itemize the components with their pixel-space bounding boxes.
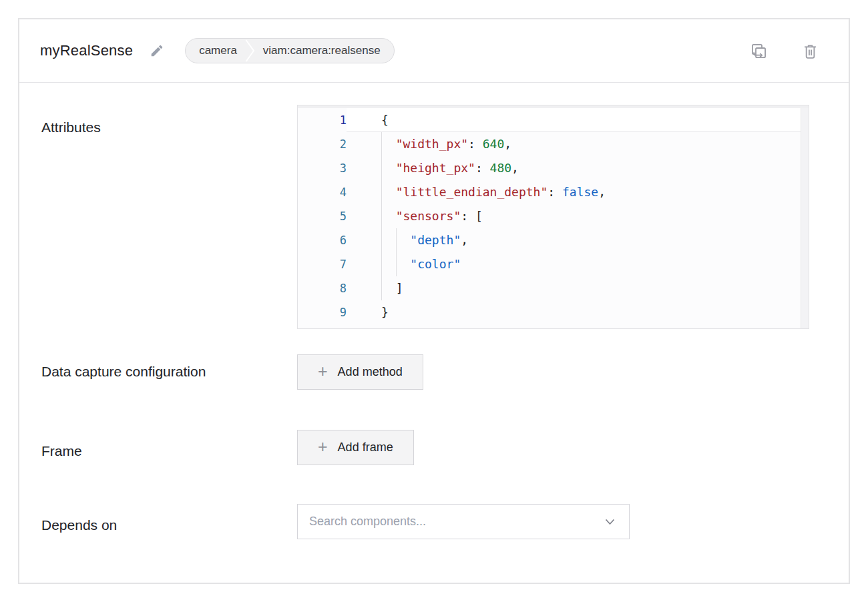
frame-label: Frame [41,430,215,465]
line-number: 1 [298,108,347,132]
code-line-content: ] [347,276,801,300]
component-type-chip: camera viam:camera:realsense [185,38,394,63]
chevron-right-icon [245,39,255,63]
depends-on-select[interactable]: Search components... [297,504,630,539]
chevron-down-icon [605,519,615,525]
add-frame-label: Add frame [338,440,393,455]
code-line: 8 ] [298,276,801,300]
code-line: 4 "little_endian_depth": false, [298,180,801,204]
code-line: 9} [298,300,801,324]
delete-button[interactable] [801,42,819,60]
attributes-json-editor[interactable]: 1{2 "width_px": 640,3 "height_px": 480,4… [297,105,809,329]
plus-icon: + [318,363,328,380]
chip-model: viam:camera:realsense [263,44,381,57]
code-line: 6 "depth", [298,228,801,252]
trash-icon [801,42,819,60]
code-line: 2 "width_px": 640, [298,132,801,156]
rename-button[interactable] [150,43,164,58]
code-line-content: } [347,300,801,324]
line-number: 7 [298,252,347,276]
data-capture-label: Data capture configuration [41,354,215,385]
add-method-label: Add method [338,365,403,379]
code-line-content: { [347,108,801,132]
header-actions [750,42,819,60]
depends-on-label: Depends on [41,504,215,539]
line-number: 9 [298,300,347,324]
data-capture-row: Data capture configuration + Add method [41,354,825,390]
code-line: 5 "sensors": [ [298,204,801,228]
component-body: Attributes 1{2 "width_px": 640,3 "height… [19,83,849,539]
add-method-button[interactable]: + Add method [297,354,423,390]
chip-subtype: camera [199,44,237,57]
line-number: 4 [298,180,347,204]
frame-row: Frame + Add frame [41,430,825,465]
code-line: 7 "color" [298,252,801,276]
pencil-icon [150,43,164,58]
code-line-content: "little_endian_depth": false, [347,180,801,204]
add-frame-button[interactable]: + Add frame [297,430,414,465]
editor-lines: 1{2 "width_px": 640,3 "height_px": 480,4… [298,108,801,324]
code-line-content: "color" [347,252,801,276]
code-line-content: "depth", [347,228,801,252]
search-components-placeholder: Search components... [309,515,605,529]
code-line: 1{ [298,108,801,132]
line-number: 5 [298,204,347,228]
attributes-label: Attributes [41,105,215,141]
code-line-content: "sensors": [ [347,204,801,228]
duplicate-button[interactable] [750,42,768,60]
code-line-content: "height_px": 480, [347,156,801,180]
line-number: 2 [298,132,347,156]
depends-on-row: Depends on Search components... [41,504,825,539]
editor-scrollbar[interactable] [801,108,809,328]
duplicate-icon [750,42,768,60]
component-name: myRealSense [40,42,133,59]
code-line: 3 "height_px": 480, [298,156,801,180]
line-number: 6 [298,228,347,252]
component-config-card: myRealSense camera viam:camera:realsense [18,18,850,584]
line-number: 3 [298,156,347,180]
line-number: 8 [298,276,347,300]
attributes-row: Attributes 1{2 "width_px": 640,3 "height… [41,105,825,329]
component-header: myRealSense camera viam:camera:realsense [19,19,849,83]
plus-icon: + [318,438,328,455]
code-line-content: "width_px": 640, [347,132,801,156]
